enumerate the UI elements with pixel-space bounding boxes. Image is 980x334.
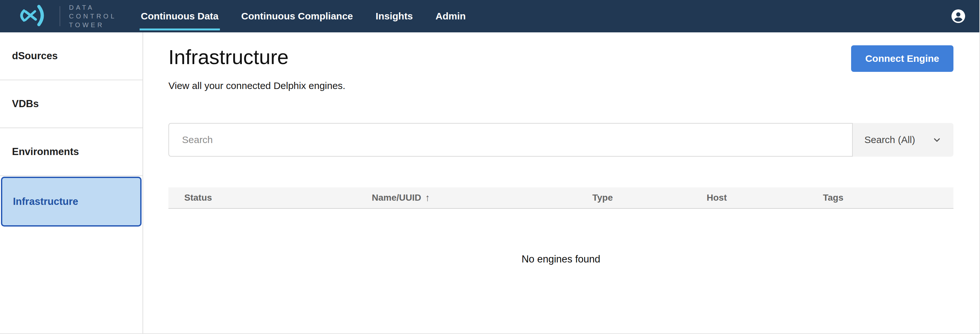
chevron-down-icon (932, 135, 942, 145)
page-header: Infrastructure Connect Engine (169, 45, 953, 72)
search-scope-label: Search (All) (864, 134, 915, 145)
brand-logo: DATA CONTROL TOWER (0, 3, 116, 30)
top-navbar: DATA CONTROL TOWER Continuous Data Conti… (0, 0, 979, 32)
sidebar: dSources VDBs Environments Infrastructur… (0, 32, 143, 333)
nav-tab-admin[interactable]: Admin (436, 0, 466, 32)
column-header-status[interactable]: Status (184, 187, 212, 208)
delphix-x-icon (11, 5, 52, 27)
page-title: Infrastructure (169, 45, 288, 69)
column-header-host[interactable]: Host (707, 187, 727, 208)
brand-wordmark: DATA CONTROL TOWER (69, 3, 116, 30)
engines-table: Status Name/UUID ↑ Type Host Tags No eng… (169, 187, 953, 265)
sidebar-item-vdbs[interactable]: VDBs (0, 80, 143, 128)
app-window: DATA CONTROL TOWER Continuous Data Conti… (0, 0, 980, 334)
account-circle-icon[interactable] (951, 9, 966, 24)
column-header-name-uuid[interactable]: Name/UUID ↑ (372, 187, 430, 208)
sort-ascending-icon: ↑ (425, 192, 430, 203)
search-bar: Search (All) (169, 123, 953, 157)
column-header-tags[interactable]: Tags (823, 187, 843, 208)
search-input[interactable] (169, 123, 853, 157)
main-content: Infrastructure Connect Engine View all y… (143, 32, 979, 333)
search-scope-dropdown[interactable]: Search (All) (853, 123, 953, 157)
connect-engine-button[interactable]: Connect Engine (851, 45, 953, 72)
sidebar-item-environments[interactable]: Environments (0, 128, 143, 176)
nav-tab-continuous-data[interactable]: Continuous Data (141, 0, 219, 32)
brand-divider (60, 6, 60, 26)
primary-nav: Continuous Data Continuous Compliance In… (141, 0, 488, 32)
nav-tab-insights[interactable]: Insights (375, 0, 413, 32)
table-header-row: Status Name/UUID ↑ Type Host Tags (169, 187, 953, 209)
page-subtitle: View all your connected Delphix engines. (169, 80, 953, 91)
nav-tab-continuous-compliance[interactable]: Continuous Compliance (241, 0, 353, 32)
sidebar-item-dsources[interactable]: dSources (0, 32, 143, 80)
column-header-type[interactable]: Type (592, 187, 613, 208)
empty-state-message: No engines found (169, 253, 953, 265)
sidebar-item-infrastructure[interactable]: Infrastructure (1, 177, 142, 226)
